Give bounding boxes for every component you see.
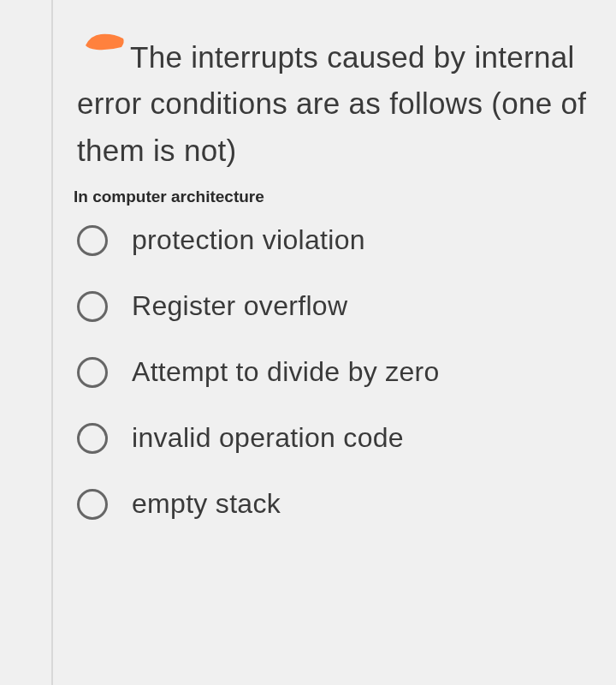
radio-icon[interactable]	[77, 357, 108, 388]
option-row[interactable]: Register overflow	[77, 290, 590, 322]
radio-icon[interactable]	[77, 489, 108, 520]
annotation-highlight-icon	[84, 30, 127, 56]
quiz-content: The interrupts caused by internal error …	[0, 0, 616, 588]
option-label: protection violation	[132, 224, 365, 256]
option-row[interactable]: empty stack	[77, 488, 590, 520]
left-ruled-line	[51, 0, 53, 685]
question-text: The interrupts caused by internal error …	[77, 34, 590, 174]
options-list: protection violation Register overflow A…	[77, 224, 590, 520]
option-label: invalid operation code	[132, 422, 404, 454]
option-row[interactable]: Attempt to divide by zero	[77, 356, 590, 388]
option-row[interactable]: protection violation	[77, 224, 590, 256]
option-label: Register overflow	[132, 290, 347, 322]
radio-icon[interactable]	[77, 225, 108, 256]
option-label: empty stack	[132, 488, 281, 520]
radio-icon[interactable]	[77, 423, 108, 454]
question-header: The interrupts caused by internal error …	[77, 34, 590, 207]
question-subject: In computer architecture	[74, 186, 590, 208]
radio-icon[interactable]	[77, 291, 108, 322]
option-row[interactable]: invalid operation code	[77, 422, 590, 454]
option-label: Attempt to divide by zero	[132, 356, 440, 388]
